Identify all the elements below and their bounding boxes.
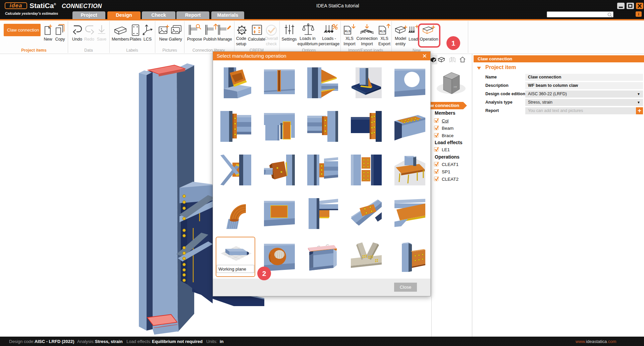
svg-text:</>: </> <box>239 28 245 32</box>
svg-text:XLS: XLS <box>344 30 351 33</box>
svg-text:+Y: +Y <box>453 85 457 89</box>
svg-text:XLS: XLS <box>379 30 385 33</box>
